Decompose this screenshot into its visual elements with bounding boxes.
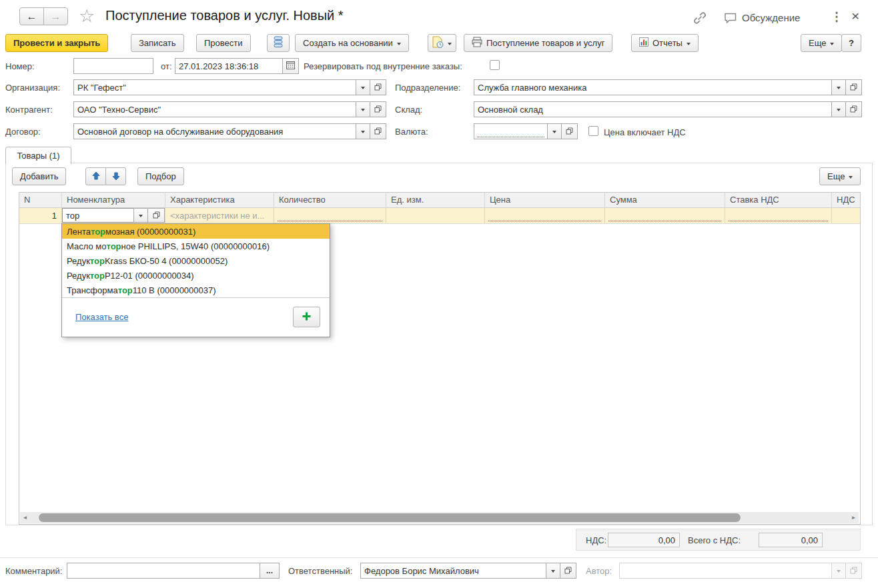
price-cell[interactable] bbox=[485, 208, 605, 223]
discussion-label[interactable]: Обсуждение bbox=[742, 12, 800, 23]
show-postings-button[interactable] bbox=[267, 34, 290, 52]
create-new-item-button[interactable] bbox=[293, 307, 320, 327]
characteristic-cell[interactable]: <характеристики не и... bbox=[165, 208, 274, 223]
column-header-characteristic[interactable]: Характеристика bbox=[165, 193, 274, 207]
scrollbar-thumb[interactable] bbox=[39, 513, 741, 522]
toolbar-more-button[interactable]: Еще bbox=[801, 34, 842, 52]
create-based-on-button[interactable]: Создать на основании bbox=[295, 34, 409, 52]
vat-cell[interactable] bbox=[832, 208, 860, 223]
nomenclature-dropdown-button[interactable] bbox=[133, 208, 148, 223]
show-all-link[interactable]: Показать все bbox=[75, 312, 128, 322]
warehouse-dropdown-button[interactable] bbox=[831, 101, 846, 117]
move-row-down-button[interactable] bbox=[105, 167, 126, 185]
favorite-star-icon[interactable]: ☆ bbox=[79, 5, 95, 27]
column-header-quantity[interactable]: Количество bbox=[274, 193, 386, 207]
discussion-icon[interactable] bbox=[723, 11, 739, 27]
kebab-menu-icon[interactable]: ⋮ bbox=[831, 9, 843, 24]
column-header-price[interactable]: Цена bbox=[485, 193, 605, 207]
tab-goods[interactable]: Товары (1) bbox=[5, 147, 71, 164]
scroll-left-arrow-icon[interactable]: ◄ bbox=[20, 512, 30, 523]
unit-cell[interactable] bbox=[386, 208, 485, 223]
nav-back-button[interactable]: ← bbox=[19, 7, 44, 25]
close-icon[interactable]: × bbox=[851, 8, 859, 24]
warehouse-open-button[interactable] bbox=[845, 101, 862, 117]
table-row[interactable]: 1 тор <характеристики не и... bbox=[19, 208, 860, 224]
department-dropdown-button[interactable] bbox=[831, 79, 846, 95]
quantity-cell[interactable] bbox=[274, 208, 386, 223]
choose-from-list-icon bbox=[850, 566, 857, 576]
chevron-down-icon bbox=[837, 109, 841, 111]
nomenclature-open-button[interactable] bbox=[147, 208, 165, 223]
date-field[interactable]: 27.01.2023 18:36:18 bbox=[175, 58, 283, 74]
chevron-down-icon bbox=[551, 570, 555, 573]
link-icon[interactable] bbox=[693, 11, 707, 27]
table-more-button[interactable]: Еще bbox=[819, 167, 861, 185]
dropdown-item[interactable]: Масло моторное PHILLIPS, 15W40 (00000000… bbox=[62, 239, 330, 253]
sum-cell[interactable] bbox=[605, 208, 725, 223]
contract-label: Договор: bbox=[5, 127, 41, 137]
chevron-down-icon bbox=[837, 87, 841, 89]
column-header-vat[interactable]: НДС bbox=[832, 193, 860, 207]
save-button[interactable]: Записать bbox=[131, 34, 184, 52]
choose-from-list-icon bbox=[850, 83, 857, 93]
vat-rate-cell[interactable] bbox=[725, 208, 832, 223]
footer-divider bbox=[0, 557, 878, 558]
responsible-dropdown-button[interactable] bbox=[546, 563, 560, 579]
receipt-document-window: { "titlebar": { "title": "Поступление то… bbox=[0, 0, 878, 588]
scroll-right-arrow-icon[interactable]: ► bbox=[849, 512, 859, 523]
contractor-field[interactable]: ОАО "Техно-Сервис" bbox=[73, 101, 356, 117]
column-header-unit[interactable]: Ед. изм. bbox=[386, 193, 485, 207]
document-history-dropdown-button[interactable] bbox=[428, 34, 456, 52]
dropdown-item[interactable]: Редуктор Р12-01 (00000000034) bbox=[62, 268, 330, 283]
nomenclature-cell[interactable]: тор bbox=[62, 208, 165, 223]
price-includes-vat-checkbox[interactable] bbox=[588, 126, 598, 136]
choose-from-list-icon bbox=[374, 127, 382, 137]
comment-field[interactable] bbox=[67, 563, 260, 579]
currency-field[interactable] bbox=[474, 123, 548, 139]
date-calendar-button[interactable] bbox=[282, 58, 299, 74]
currency-label: Валюта: bbox=[395, 127, 428, 137]
responsible-field[interactable]: Федоров Борис Михайлович bbox=[360, 563, 546, 579]
currency-open-button[interactable] bbox=[561, 123, 578, 139]
horizontal-scrollbar[interactable]: ◄ ► bbox=[20, 512, 859, 523]
dropdown-item[interactable]: Лента тормозная (00000000031) bbox=[62, 224, 330, 239]
total-with-vat-field: 0,00 bbox=[759, 533, 823, 547]
department-open-button[interactable] bbox=[845, 79, 862, 95]
nav-forward-button[interactable]: → bbox=[43, 7, 68, 25]
column-header-nomenclature[interactable]: Номенклатура bbox=[62, 193, 165, 207]
organization-open-button[interactable] bbox=[370, 79, 386, 95]
responsible-open-button[interactable] bbox=[560, 563, 576, 579]
contractor-open-button[interactable] bbox=[370, 101, 386, 117]
help-button[interactable]: ? bbox=[841, 34, 861, 52]
department-field[interactable]: Служба главного механика bbox=[474, 79, 832, 95]
organization-dropdown-button[interactable] bbox=[356, 79, 370, 95]
contract-field[interactable]: Основной договор на обслуживание оборудо… bbox=[73, 123, 356, 139]
comment-expand-button[interactable]: ... bbox=[260, 563, 280, 579]
forward-arrow-icon: → bbox=[51, 11, 61, 23]
column-header-sum[interactable]: Сумма bbox=[605, 193, 725, 207]
chevron-down-icon bbox=[687, 43, 691, 45]
add-row-button[interactable]: Добавить bbox=[12, 167, 66, 185]
contract-dropdown-button[interactable] bbox=[356, 123, 370, 139]
reserve-internal-orders-checkbox[interactable] bbox=[490, 60, 500, 70]
post-and-close-button[interactable]: Провести и закрыть bbox=[5, 34, 108, 52]
ellipsis-icon: ... bbox=[266, 566, 273, 575]
currency-dropdown-button[interactable] bbox=[547, 123, 562, 139]
post-button[interactable]: Провести bbox=[196, 34, 251, 52]
dropdown-item[interactable]: Трансформатор 110 В (00000000037) bbox=[62, 283, 330, 297]
plus-icon bbox=[302, 311, 312, 323]
department-label: Подразделение: bbox=[395, 83, 460, 93]
organization-field[interactable]: РК "Гефест" bbox=[73, 79, 356, 95]
dropdown-item[interactable]: Редуктор Krass БКО-50 4 (00000000052) bbox=[62, 253, 330, 268]
nomenclature-input[interactable]: тор bbox=[62, 208, 134, 223]
pick-items-button[interactable]: Подбор bbox=[137, 167, 184, 185]
warehouse-field[interactable]: Основной склад bbox=[474, 101, 832, 117]
print-receipt-button[interactable]: Поступление товаров и услуг bbox=[464, 34, 612, 52]
reports-button[interactable]: Отчеты bbox=[631, 34, 699, 52]
column-header-n[interactable]: N bbox=[19, 193, 62, 207]
column-header-vat-rate[interactable]: Ставка НДС bbox=[725, 193, 832, 207]
contract-open-button[interactable] bbox=[370, 123, 386, 139]
move-row-up-button[interactable] bbox=[85, 167, 106, 185]
contractor-dropdown-button[interactable] bbox=[356, 101, 370, 117]
number-field[interactable] bbox=[73, 58, 153, 74]
